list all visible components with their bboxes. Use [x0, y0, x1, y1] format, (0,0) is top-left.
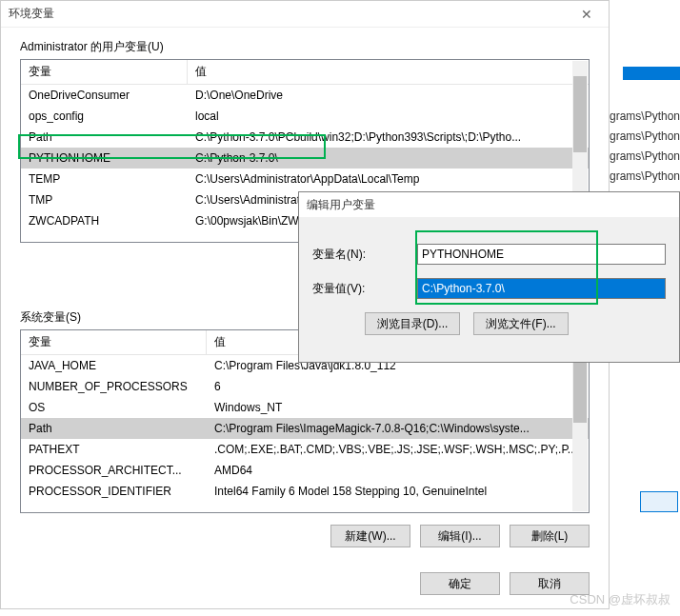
titlebar: 环境变量 ✕: [1, 1, 609, 28]
table-row[interactable]: NUMBER_OF_PROCESSORS6: [21, 376, 589, 397]
edit-button[interactable]: 编辑(I)...: [420, 525, 500, 547]
browse-file-button[interactable]: 浏览文件(F)...: [473, 312, 569, 335]
dialog-title: 环境变量: [9, 6, 572, 22]
var-name-input[interactable]: [417, 244, 666, 265]
edit-titlebar: 编辑用户变量: [299, 192, 679, 217]
watermark: CSDN @虚坏叔叔: [570, 591, 670, 608]
table-row-selected[interactable]: PathC:\Program Files\ImageMagick-7.0.8-Q…: [21, 418, 589, 439]
table-row[interactable]: PROCESSOR_IDENTIFIERIntel64 Family 6 Mod…: [21, 481, 589, 502]
delete-button[interactable]: 删除(L): [510, 525, 590, 547]
table-row[interactable]: TEMPC:\Users\Administrator\AppData\Local…: [21, 169, 589, 189]
bg-accent-strip: [623, 67, 680, 80]
header-variable[interactable]: 变量: [21, 330, 207, 354]
table-row-selected[interactable]: PYTHONHOMEC:\Python-3.7.0\: [21, 148, 589, 169]
table-row[interactable]: ops_configlocal: [21, 106, 589, 127]
user-vars-label: Administrator 的用户变量(U): [20, 39, 609, 55]
edit-user-var-dialog: 编辑用户变量 变量名(N): 变量值(V): 浏览目录(D)... 浏览文件(F…: [298, 191, 680, 363]
var-value-input[interactable]: [417, 278, 666, 299]
var-name-label: 变量名(N):: [312, 247, 417, 263]
edit-dialog-title: 编辑用户变量: [307, 197, 671, 213]
bg-partial-button[interactable]: [640, 491, 678, 512]
table-row[interactable]: OneDriveConsumerD:\One\OneDrive: [21, 85, 589, 106]
table-header: 变量 值: [21, 60, 589, 85]
header-value[interactable]: 值: [188, 60, 589, 84]
browse-dir-button[interactable]: 浏览目录(D)...: [365, 312, 460, 335]
var-value-label: 变量值(V):: [312, 281, 417, 297]
header-variable[interactable]: 变量: [21, 60, 188, 84]
table-row[interactable]: OSWindows_NT: [21, 397, 589, 418]
scroll-thumb[interactable]: [573, 76, 587, 152]
ok-button[interactable]: 确定: [420, 572, 500, 595]
table-row[interactable]: PathC:\Python-3.7.0\PCbuild\win32;D:\Pyt…: [21, 127, 589, 148]
table-row[interactable]: PATHEXT.COM;.EXE;.BAT;.CMD;.VBS;.VBE;.JS…: [21, 439, 589, 460]
close-icon[interactable]: ✕: [572, 7, 601, 22]
new-button[interactable]: 新建(W)...: [330, 525, 410, 547]
table-row[interactable]: PROCESSOR_ARCHITECT...AMD64: [21, 460, 589, 481]
